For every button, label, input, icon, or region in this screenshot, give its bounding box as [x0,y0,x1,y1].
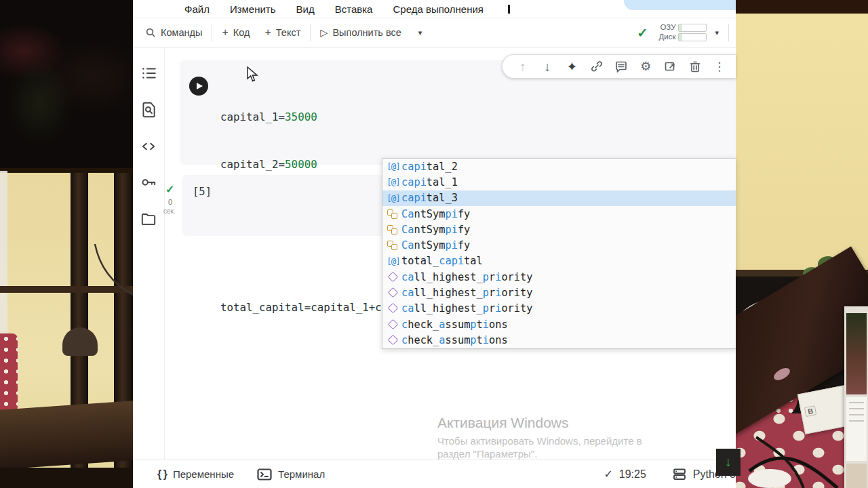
gemini-sparkle-button[interactable]: ✦ [564,58,580,75]
colab-window: Файл Изменить Вид Вставка Среда выполнен… [133,0,736,488]
menu-file[interactable]: Файл [184,3,210,15]
toolbar-divider [728,24,729,41]
photo-background-right: B [736,0,868,488]
autocomplete-dropdown: capital_2 capital_1 capital_3 CantSympif… [382,158,736,349]
suggestion-item[interactable]: capital_2 [382,159,736,174]
move-cell-up-button[interactable]: ↑ [515,58,531,75]
windows-activation-watermark: Активация Windows Чтобы активировать Win… [437,415,642,460]
menu-edit[interactable]: Изменить [230,3,276,15]
check-icon: ✓ [604,468,612,481]
stand-photo [846,313,867,394]
open-window-icon [663,60,677,73]
session-time: ✓ 19:25 [604,468,646,481]
terminal-label: Терминал [278,468,325,480]
suggestion-item[interactable]: CantSympify [382,222,736,237]
suggestion-item[interactable]: check_assumptions [382,332,736,348]
class-icon [385,224,401,236]
run-cell-button[interactable] [189,77,208,96]
value-icon [385,192,401,204]
mouse-cursor [246,66,260,83]
command-palette-button[interactable]: Команды [145,27,202,38]
find-replace-button[interactable] [140,101,157,119]
run-all-label: Выполнить все [332,27,401,38]
menu-view[interactable]: Вид [296,3,315,15]
settings-gear-icon[interactable]: ⚙ [637,58,654,75]
top-right-pill [624,0,736,10]
suggestion-item[interactable]: call_highest_priority [382,301,736,317]
download-overlay[interactable]: ↓ [716,449,741,476]
comment-icon [614,60,628,73]
list-icon [140,64,157,82]
menu-insert[interactable]: Вставка [335,3,373,15]
toolbar-divider [212,24,212,41]
run-all-button[interactable]: ▷ Выполнить все ▾ [320,27,422,38]
comment-button[interactable] [613,58,629,75]
play-outline-icon: ▷ [320,27,328,38]
add-code-button[interactable]: + Код [222,26,250,39]
toolbar: Команды + Код + Текст ▷ Выполнить все ▾ … [133,18,736,47]
suggestion-item[interactable]: capital_1 [382,174,736,190]
disk-label: Диск [658,33,675,41]
footer-bar: { } Переменные Терминал ✓ 19:25 Python 3 [133,460,736,488]
left-sidebar-rail [133,47,164,460]
terminal-icon [257,468,272,481]
move-cell-down-button[interactable]: ↓ [539,58,555,75]
command-palette-label: Команды [161,27,202,38]
menu-runtime[interactable]: Среда выполнения [393,3,484,15]
rail-divider [164,47,165,460]
delete-cell-button[interactable] [687,58,703,75]
variables-button[interactable]: { } Переменные [157,468,234,481]
method-icon [385,334,401,346]
suggestion-item[interactable]: total_capital [382,253,736,269]
files-button[interactable] [140,210,157,228]
polka-dot-cloth [0,333,18,413]
execution-time-unit: сек. [163,207,176,215]
suggestion-item[interactable]: check_assumptions [382,317,736,332]
suggestion-item[interactable]: call_highest_priority [382,269,736,285]
value-icon [385,161,401,173]
open-in-tab-button[interactable] [662,58,678,75]
server-icon [672,468,687,481]
table-of-contents-button[interactable] [140,64,157,82]
class-icon [385,239,401,251]
method-icon [385,287,401,299]
terminal-button[interactable]: Терминал [257,468,325,481]
cell-toolbar: ↑ ↓ ✦ ⚙ ⋮ [502,54,736,79]
code-snippets-button[interactable] [140,138,157,155]
key-icon [140,174,157,191]
chevron-down-icon[interactable]: ▾ [715,28,719,37]
floor [0,468,133,488]
secrets-button[interactable] [140,174,157,191]
variables-label: Переменные [173,468,234,480]
method-icon [385,302,401,314]
resource-monitor[interactable]: ОЗУ Диск [658,24,707,41]
disk-meter [678,33,707,41]
copy-link-button[interactable] [589,58,605,75]
suggestion-item[interactable]: CantSympify [382,206,736,222]
execution-time: 0 [168,198,172,206]
more-options-button[interactable]: ⋮ [711,58,728,75]
plus-icon: + [264,26,271,39]
code-icon [140,138,157,155]
photo-background-left [0,0,133,488]
time-value: 19:25 [619,468,646,481]
toolbar-divider [310,24,311,41]
ram-meter [678,24,707,32]
tv-screen [0,0,133,171]
suggestion-item[interactable]: call_highest_priority [382,285,736,300]
ram-label: ОЗУ [660,23,675,31]
download-arrow-icon: ↓ [725,455,732,470]
connected-check-icon: ✓ [637,25,648,41]
dark-band [0,401,133,470]
link-icon [590,60,604,73]
play-icon [197,83,203,89]
folder-icon [140,210,157,228]
cable [736,407,868,488]
add-text-button[interactable]: + Текст [264,26,300,39]
chevron-down-icon[interactable]: ▾ [418,28,422,37]
suggestion-item-selected[interactable]: capital_3 [382,190,736,206]
class-icon [385,208,401,220]
wall [736,14,868,274]
cable [0,230,133,319]
suggestion-item[interactable]: CantSympify [382,237,736,253]
